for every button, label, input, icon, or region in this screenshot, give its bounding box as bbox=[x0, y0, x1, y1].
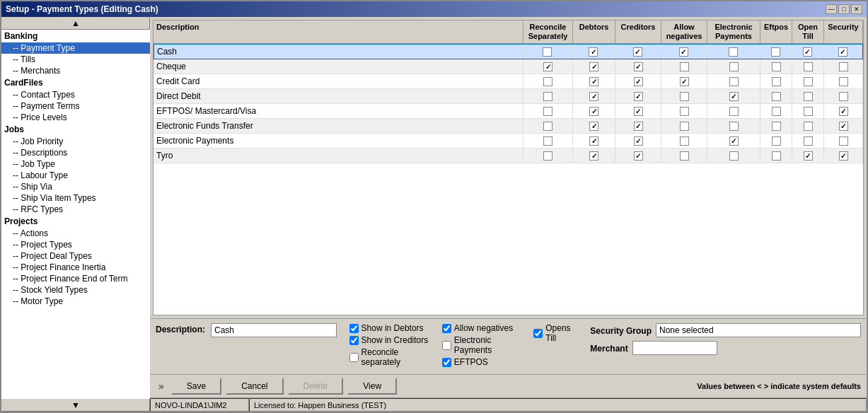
sidebar-item-tills[interactable]: -- Tills bbox=[1, 54, 150, 65]
nav-left-icon[interactable]: » bbox=[158, 380, 164, 392]
table-row[interactable]: Electronic Payments bbox=[154, 134, 863, 149]
minimize-button[interactable]: ― bbox=[826, 4, 837, 14]
checkbox-display[interactable] bbox=[839, 107, 848, 116]
sidebar-item-ship-via-item-types[interactable]: -- Ship Via Item Types bbox=[1, 192, 150, 204]
checkbox-display[interactable] bbox=[634, 136, 643, 146]
checkbox-display[interactable] bbox=[589, 107, 598, 116]
checkbox-display[interactable] bbox=[803, 47, 812, 57]
checkbox-display[interactable] bbox=[634, 77, 643, 86]
checkbox-display[interactable] bbox=[839, 62, 848, 71]
checkbox-display[interactable] bbox=[634, 122, 643, 131]
eftpos-checkbox[interactable] bbox=[442, 358, 451, 367]
sidebar-item-stock-yield-types[interactable]: -- Stock Yield Types bbox=[1, 284, 150, 296]
checkbox-display[interactable] bbox=[772, 107, 781, 116]
checkbox-display[interactable] bbox=[589, 77, 598, 86]
sidebar-item-payment-terms[interactable]: -- Payment Terms bbox=[1, 100, 150, 112]
checkbox-display[interactable] bbox=[543, 151, 552, 161]
checkbox-display[interactable] bbox=[839, 151, 848, 161]
checkbox-display[interactable] bbox=[772, 136, 781, 146]
sidebar-item-project-types[interactable]: -- Project Types bbox=[1, 239, 150, 250]
checkbox-display[interactable] bbox=[589, 47, 598, 57]
checkbox-display[interactable] bbox=[543, 77, 552, 86]
allow-negatives-check[interactable]: Allow negatives bbox=[442, 323, 521, 333]
checkbox-display[interactable] bbox=[543, 136, 552, 146]
opens-till-check[interactable]: Opens Till bbox=[533, 323, 577, 343]
checkbox-display[interactable] bbox=[772, 77, 781, 86]
reconcile-separately-checkbox[interactable] bbox=[349, 353, 359, 362]
checkbox-display[interactable] bbox=[589, 122, 598, 131]
checkbox-display[interactable] bbox=[680, 62, 689, 71]
checkbox-display[interactable] bbox=[543, 62, 552, 71]
sidebar-item-payment-type[interactable]: -- Payment Type bbox=[1, 42, 150, 54]
table-row[interactable]: Tyro bbox=[154, 149, 863, 163]
checkbox-display[interactable] bbox=[804, 77, 813, 86]
checkbox-display[interactable] bbox=[804, 151, 813, 161]
sidebar-item-project-finance-inertia[interactable]: -- Project Finance Inertia bbox=[1, 262, 150, 273]
show-in-debtors-checkbox[interactable] bbox=[349, 324, 359, 333]
allow-negatives-checkbox[interactable] bbox=[442, 324, 451, 333]
cancel-button[interactable]: Cancel bbox=[226, 378, 283, 395]
checkbox-display[interactable] bbox=[589, 151, 598, 161]
sidebar-item-rfc-types[interactable]: -- RFC Types bbox=[1, 204, 150, 215]
checkbox-display[interactable] bbox=[543, 107, 552, 116]
table-row[interactable]: Cash bbox=[154, 44, 863, 59]
checkbox-display[interactable] bbox=[679, 47, 688, 57]
checkbox-display[interactable] bbox=[772, 151, 781, 161]
checkbox-display[interactable] bbox=[543, 122, 552, 131]
electronic-payments-checkbox[interactable] bbox=[442, 341, 451, 350]
checkbox-display[interactable] bbox=[680, 107, 689, 116]
sidebar-item-project-deal-types[interactable]: -- Project Deal Types bbox=[1, 250, 150, 262]
checkbox-display[interactable] bbox=[634, 151, 643, 161]
checkbox-display[interactable] bbox=[772, 92, 781, 101]
save-button[interactable]: Save bbox=[171, 378, 221, 395]
sidebar-scroll-up[interactable]: ▲ bbox=[1, 17, 150, 30]
sidebar-item-job-type[interactable]: -- Job Type bbox=[1, 158, 150, 170]
show-in-creditors-checkbox[interactable] bbox=[349, 336, 359, 345]
checkbox-display[interactable] bbox=[729, 47, 738, 57]
checkbox-display[interactable] bbox=[680, 77, 689, 86]
checkbox-display[interactable] bbox=[804, 62, 813, 71]
sidebar-item-job-priority[interactable]: -- Job Priority bbox=[1, 136, 150, 147]
electronic-payments-check[interactable]: Electronic Payments bbox=[442, 335, 521, 355]
table-row[interactable]: Cheque bbox=[154, 59, 863, 74]
checkbox-display[interactable] bbox=[772, 62, 781, 71]
view-button[interactable]: View bbox=[347, 378, 397, 395]
checkbox-display[interactable] bbox=[729, 107, 739, 116]
table-row[interactable]: Direct Debit bbox=[154, 89, 863, 104]
sidebar-scroll-down[interactable]: ▼ bbox=[1, 399, 150, 412]
show-in-debtors-check[interactable]: Show in Debtors bbox=[349, 323, 429, 333]
checkbox-display[interactable] bbox=[771, 47, 780, 57]
checkbox-display[interactable] bbox=[839, 122, 848, 131]
checkbox-display[interactable] bbox=[543, 47, 552, 57]
merchant-input[interactable] bbox=[632, 341, 717, 355]
checkbox-display[interactable] bbox=[729, 77, 739, 86]
checkbox-display[interactable] bbox=[804, 122, 813, 131]
sidebar-item-project-finance-end[interactable]: -- Project Finance End of Term bbox=[1, 273, 150, 284]
checkbox-display[interactable] bbox=[838, 47, 847, 57]
checkbox-display[interactable] bbox=[634, 92, 643, 101]
checkbox-display[interactable] bbox=[804, 136, 813, 146]
checkbox-display[interactable] bbox=[804, 92, 813, 101]
eftpos-check[interactable]: EFTPOS bbox=[442, 357, 521, 367]
checkbox-display[interactable] bbox=[729, 136, 739, 146]
sidebar-item-descriptions[interactable]: -- Descriptions bbox=[1, 147, 150, 158]
sidebar-item-actions[interactable]: -- Actions bbox=[1, 228, 150, 239]
checkbox-display[interactable] bbox=[680, 92, 689, 101]
checkbox-display[interactable] bbox=[589, 92, 598, 101]
checkbox-display[interactable] bbox=[839, 136, 848, 146]
checkbox-display[interactable] bbox=[543, 92, 552, 101]
reconcile-separately-check[interactable]: Reconcile separately bbox=[349, 347, 429, 367]
checkbox-display[interactable] bbox=[804, 107, 813, 116]
checkbox-display[interactable] bbox=[729, 151, 739, 161]
checkbox-display[interactable] bbox=[680, 151, 689, 161]
delete-button[interactable]: Delete bbox=[288, 378, 344, 395]
checkbox-display[interactable] bbox=[633, 47, 642, 57]
sidebar-item-contact-types[interactable]: -- Contact Types bbox=[1, 89, 150, 100]
checkbox-display[interactable] bbox=[634, 107, 643, 116]
sidebar-item-motor-type[interactable]: -- Motor Type bbox=[1, 296, 150, 307]
checkbox-display[interactable] bbox=[680, 136, 689, 146]
table-row[interactable]: EFTPOS/ Mastercard/Visa bbox=[154, 104, 863, 119]
sidebar-item-labour-type[interactable]: -- Labour Type bbox=[1, 170, 150, 181]
checkbox-display[interactable] bbox=[589, 62, 598, 71]
checkbox-display[interactable] bbox=[729, 62, 739, 71]
